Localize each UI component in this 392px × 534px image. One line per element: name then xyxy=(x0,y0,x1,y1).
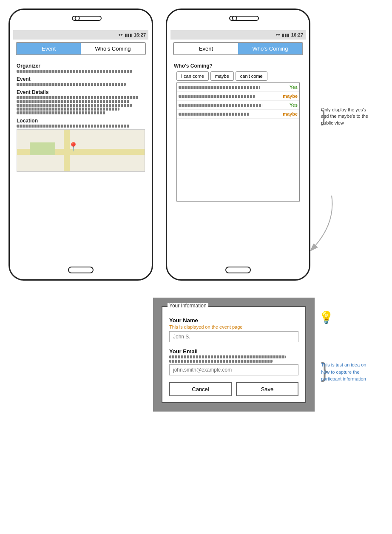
details-squiggle-3 xyxy=(17,104,132,107)
bottom-section: Your Information Your Name This is displ… xyxy=(153,298,315,412)
lightbulb-icon: 💡 xyxy=(319,310,334,324)
modal-save-btn[interactable]: Save xyxy=(236,382,298,396)
email-squiggle-group xyxy=(169,355,298,363)
attendee-status-1: Yes xyxy=(281,85,298,90)
map-park xyxy=(30,142,55,155)
phone-speaker-2 xyxy=(229,16,259,21)
phone-screen-1: ▾▾ ▮▮▮ 16:27 Event Who's Coming Organize… xyxy=(13,30,148,263)
tab-bar-2: Event Who's Coming xyxy=(173,42,303,55)
details-squiggle-4 xyxy=(17,108,119,111)
attendee-status-4: maybe xyxy=(281,111,298,116)
status-bar-2: ▾▾ ▮▮▮ 16:27 xyxy=(170,30,306,40)
wifi-icon-2: ▾▾ xyxy=(276,33,280,37)
coming-buttons: I can come maybe can't come xyxy=(176,71,300,81)
modal-email-input[interactable] xyxy=(169,364,298,375)
event-label: Event xyxy=(17,76,145,82)
phone-1: ▾▾ ▮▮▮ 16:27 Event Who's Coming Organize… xyxy=(9,9,153,281)
arrow-annotation xyxy=(276,183,361,268)
attendee-name-1 xyxy=(179,85,281,90)
annotation-2-group: } This is just an idea on how to capture… xyxy=(321,361,328,381)
modal-title: Your Information xyxy=(168,303,208,309)
tab-bar-1: Event Who's Coming xyxy=(16,42,146,55)
attendee-status-3: Yes xyxy=(281,102,298,108)
location-squiggle xyxy=(17,125,130,128)
organizer-squiggle xyxy=(17,70,132,73)
attendee-status-2: maybe xyxy=(281,94,298,99)
details-squiggle-5 xyxy=(17,111,106,114)
phone-home-1 xyxy=(68,267,94,273)
annotation-1-text: Only display the yes's and the maybe's t… xyxy=(321,107,372,126)
modal-email-label: Your Email xyxy=(169,348,298,355)
details-squiggle-2 xyxy=(17,100,130,103)
tab-event-1[interactable]: Event xyxy=(17,43,81,54)
attendee-row-2: maybe xyxy=(177,92,299,101)
phone-home-2 xyxy=(225,267,251,273)
wifi-icon: ▾▾ xyxy=(119,33,123,37)
attendee-name-4 xyxy=(179,112,281,116)
signal-icon: ▮▮▮ xyxy=(125,33,132,37)
attendee-row-4: maybe xyxy=(177,110,299,119)
phone-speaker-1 xyxy=(72,16,102,21)
event-screen-content: Organizer Event Event Details Location 📍 xyxy=(13,58,148,173)
modal-action-buttons: Cancel Save xyxy=(169,382,298,396)
attendee-name-2 xyxy=(179,94,281,99)
modal-cancel-btn[interactable]: Cancel xyxy=(169,382,232,396)
tab-whoscoming-2[interactable]: Who's Coming xyxy=(238,43,302,54)
details-squiggle-1 xyxy=(17,96,139,99)
attendee-row-1: Yes xyxy=(177,83,299,92)
annotation-1-group: } Only display the yes's and the maybe's… xyxy=(321,108,327,125)
whoscoming-title: Who's Coming? xyxy=(174,63,302,69)
modal-name-label: Your Name xyxy=(169,317,298,324)
modal-box: Your Information Your Name This is displ… xyxy=(162,306,306,403)
ican-come-btn[interactable]: I can come xyxy=(176,71,209,81)
tab-whoscoming-1[interactable]: Who's Coming xyxy=(81,43,145,54)
cantcome-btn[interactable]: can't come xyxy=(236,71,267,81)
attendee-name-3 xyxy=(179,103,281,108)
attendee-row-3: Yes xyxy=(177,101,299,110)
map-area: 📍 xyxy=(17,129,145,172)
status-bar-1: ▾▾ ▮▮▮ 16:27 xyxy=(13,30,148,40)
event-squiggle xyxy=(17,83,126,86)
event-details-label: Event Details xyxy=(17,89,145,95)
signal-icon-2: ▮▮▮ xyxy=(282,33,290,37)
organizer-label: Organizer xyxy=(17,63,145,69)
map-pin: 📍 xyxy=(68,142,79,152)
maybe-btn[interactable]: maybe xyxy=(210,71,234,81)
annotation-2-text: This is just an idea on how to capture t… xyxy=(321,361,372,383)
modal-name-input[interactable] xyxy=(169,331,298,342)
modal-name-subtitle: This is displayed on the event page xyxy=(169,324,298,329)
tab-event-2[interactable]: Event xyxy=(174,43,238,54)
time-display-1: 16:27 xyxy=(134,32,146,37)
time-display-2: 16:27 xyxy=(291,32,303,37)
location-label: Location xyxy=(17,118,145,124)
